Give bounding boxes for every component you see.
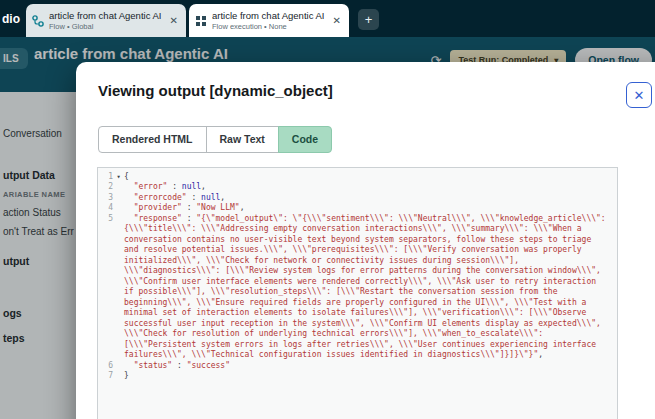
line-number: 1 (98, 172, 113, 183)
code-line-7: 7} (98, 371, 617, 382)
line-number: 6 (98, 361, 113, 372)
tab-title: article from chat Agentic AI (212, 10, 326, 22)
code-text: } (124, 371, 617, 382)
code-line-6: 6 "status" : "success" (98, 361, 617, 372)
tab-labels: article from chat Agentic AIFlow • Globa… (49, 10, 163, 31)
line-number: 2 (98, 182, 113, 193)
fold-gutter (113, 193, 124, 204)
app-logo[interactable]: dio (0, 12, 26, 37)
modal-header: Viewing output [dynamic_object] ✕ (76, 62, 655, 116)
code-text: { (124, 172, 617, 183)
new-tab-button[interactable]: + (358, 9, 379, 30)
grid-icon (195, 15, 207, 27)
line-number: 7 (98, 371, 113, 382)
tab-subtitle: Flow execution • None (212, 22, 326, 31)
modal-close-button[interactable]: ✕ (626, 82, 652, 108)
code-line-3: 3 "errorcode" : null, (98, 193, 617, 204)
tab-title: article from chat Agentic AI (49, 10, 163, 22)
tab-subtitle: Flow • Global (49, 22, 163, 31)
close-icon: ✕ (634, 88, 645, 103)
fold-gutter (113, 361, 124, 372)
line-number: 3 (98, 193, 113, 204)
code-line-2: 2 "error" : null, (98, 182, 617, 193)
fold-arrow-icon[interactable]: ▾ (113, 172, 124, 183)
app-header: dio article from chat Agentic AIFlow • G… (0, 0, 655, 37)
code-viewer[interactable]: 1▾{2 "error" : null,3 "errorcode" : null… (97, 167, 618, 419)
fold-gutter (113, 182, 124, 193)
tab-labels: article from chat Agentic AIFlow executi… (212, 10, 326, 31)
code-line-4: 4 "provider" : "Now LLM", (98, 203, 617, 214)
flow-icon (32, 15, 44, 27)
fold-gutter (113, 214, 124, 361)
tab-rendered-html[interactable]: Rendered HTML (98, 126, 207, 153)
close-icon[interactable]: ✕ (168, 13, 180, 28)
tab-raw-text[interactable]: Raw Text (206, 126, 279, 153)
tab-code[interactable]: Code (278, 126, 332, 153)
fold-gutter (113, 203, 124, 214)
code-text: "errorcode" : null, (124, 193, 617, 204)
code-text: "provider" : "Now LLM", (124, 203, 617, 214)
code-text: "error" : null, (124, 182, 617, 193)
modal-title: Viewing output [dynamic_object] (98, 82, 333, 99)
code-line-1: 1▾{ (98, 172, 617, 183)
browser-tab-2[interactable]: article from chat Agentic AIFlow executi… (189, 4, 349, 37)
line-number: 5 (98, 214, 113, 361)
browser-tab-1[interactable]: article from chat Agentic AIFlow • Globa… (26, 4, 186, 37)
code-line-5: 5 "response" : "{\"model_output\": \"{\\… (98, 214, 617, 361)
close-icon[interactable]: ✕ (331, 13, 343, 28)
output-view-tabs: Rendered HTMLRaw TextCode (76, 116, 655, 167)
fold-gutter (113, 371, 124, 382)
code-text: "status" : "success" (124, 361, 617, 372)
tab-strip: article from chat Agentic AIFlow • Globa… (26, 4, 349, 37)
line-number: 4 (98, 203, 113, 214)
viewing-output-modal: Viewing output [dynamic_object] ✕ Render… (76, 62, 655, 419)
code-text: "response" : "{\"model_output\": \"{\\\"… (124, 214, 617, 361)
